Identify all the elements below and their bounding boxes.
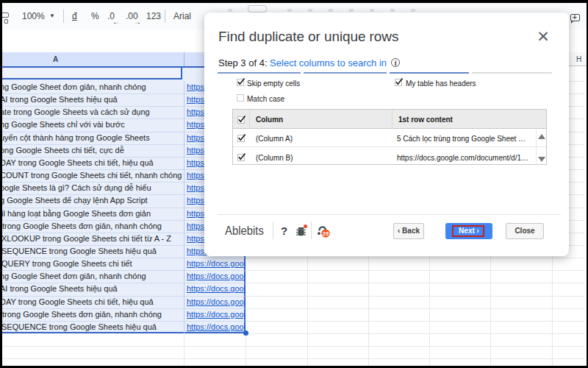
svg-text:29: 29	[323, 230, 329, 237]
